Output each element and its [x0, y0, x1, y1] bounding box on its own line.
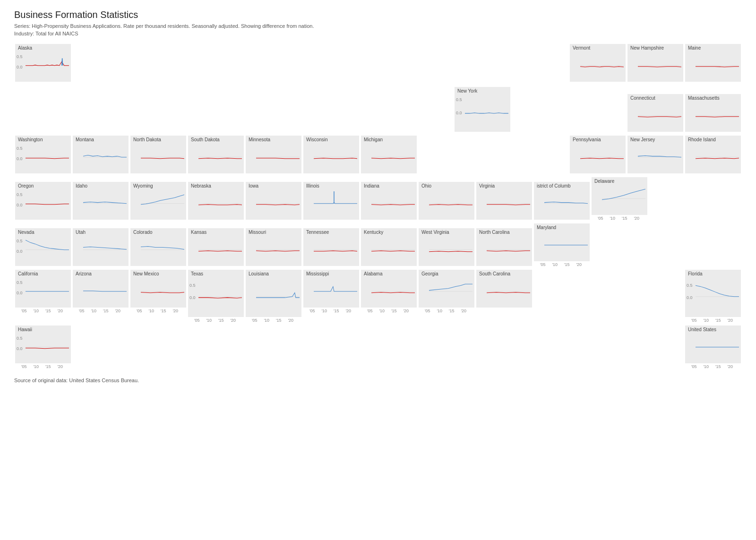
state-ohio: Ohio: [418, 181, 475, 221]
state-arizona: Arizona '05 '10 '15 '20: [72, 269, 129, 313]
state-utah: Utah: [72, 227, 129, 267]
state-tennessee: Tennessee: [302, 227, 360, 267]
state-pennsylvania: Pennsylvania: [569, 135, 627, 174]
row-6: California 0.5 0.0 '05 '10 '15 '20 Arizo…: [14, 269, 742, 323]
state-idaho: Idaho: [72, 181, 129, 221]
state-south-carolina: South Carolina: [475, 269, 533, 309]
state-georgia: Georgia '05 '10 '15 '20: [418, 269, 475, 313]
state-maine: Maine: [684, 43, 742, 83]
state-wisconsin: Wisconsin: [302, 135, 360, 174]
state-kentucky: Kentucky: [360, 227, 418, 267]
state-south-dakota: South Dakota: [187, 135, 245, 174]
industry-label: Industry: Total for All NAICS: [14, 31, 742, 36]
state-washington: Washington 0.5 0.0: [14, 135, 72, 174]
state-alabama: Alabama '05 '10 '15 '20: [360, 269, 418, 313]
row-7: Hawaii 0.5 0.0 '05 '10 '15 '20 United St…: [14, 325, 742, 369]
state-colorado: Colorado: [129, 227, 187, 267]
state-delaware: Delaware '05 '10 '15 '20: [591, 176, 648, 221]
state-hawaii: Hawaii 0.5 0.0 '05 '10 '15 '20: [14, 325, 72, 369]
state-oregon: Oregon 0.5 0.0: [14, 181, 72, 221]
page-title: Business Formation Statistics: [14, 9, 742, 20]
state-california: California 0.5 0.0 '05 '10 '15 '20: [14, 269, 72, 313]
subtitle: Series: High-Propensity Business Applica…: [14, 23, 742, 29]
state-united-states: United States '05 '10 '15 '20: [684, 325, 742, 369]
state-illinois: Illinois: [302, 181, 360, 221]
state-missouri: Missouri: [245, 227, 302, 267]
row-1: Alaska 0.5 0.0 Vermont New Hampshire: [14, 43, 742, 83]
state-michigan: Michigan: [360, 135, 418, 174]
state-minnesota: Minnesota: [245, 135, 302, 174]
state-louisiana: Louisiana '05 '10 '15 '20: [245, 269, 302, 323]
state-north-carolina: North Carolina: [475, 227, 533, 267]
state-new-hampshire: New Hampshire: [627, 43, 684, 83]
state-massachusetts: Massachusetts: [684, 85, 742, 133]
row-3: Washington 0.5 0.0 Montana North Dakota: [14, 135, 742, 174]
row-4: Oregon 0.5 0.0 Idaho Wyoming: [14, 176, 742, 221]
state-west-virginia: West Virginia: [418, 227, 475, 267]
state-new-jersey: New Jersey: [627, 135, 684, 174]
state-kansas: Kansas: [187, 227, 245, 267]
state-north-dakota: North Dakota: [129, 135, 187, 174]
state-florida: Florida 0.5 0.0 '05 '10 '15 '20: [684, 269, 742, 323]
state-dc: istrict of Columb: [533, 181, 591, 221]
state-new-mexico: New Mexico '05 '10 '15 '20: [129, 269, 187, 313]
state-alaska: Alaska 0.5 0.0: [14, 43, 72, 83]
state-iowa: Iowa: [245, 181, 302, 221]
state-vermont: Vermont: [569, 43, 627, 83]
state-new-york: New York 0.5 0.0: [454, 86, 511, 133]
state-indiana: Indiana: [360, 181, 418, 221]
state-nevada: Nevada 0.5 0.0: [14, 227, 72, 267]
state-nebraska: Nebraska: [187, 181, 245, 221]
state-maryland: Maryland '05 '10 '15 '20: [533, 223, 591, 267]
row-5: Nevada 0.5 0.0 Utah Colorado: [14, 223, 742, 267]
state-texas: Texas 0.5 0.0 '05 '10 '15 '20: [187, 269, 245, 323]
footer-text: Source of original data: United States C…: [14, 377, 742, 383]
row-2: New York 0.5 0.0 Connecticut Massachuset…: [14, 85, 742, 133]
state-virginia: Virginia: [475, 181, 533, 221]
state-mississippi: Mississippi '05 '10 '15 '20: [302, 269, 360, 313]
state-rhode-island: Rhode Island: [684, 135, 742, 174]
state-montana: Montana: [72, 135, 129, 174]
state-wyoming: Wyoming: [129, 181, 187, 221]
map-grid: Alaska 0.5 0.0 Vermont New Hampshire: [14, 43, 742, 369]
state-connecticut: Connecticut: [627, 85, 684, 133]
